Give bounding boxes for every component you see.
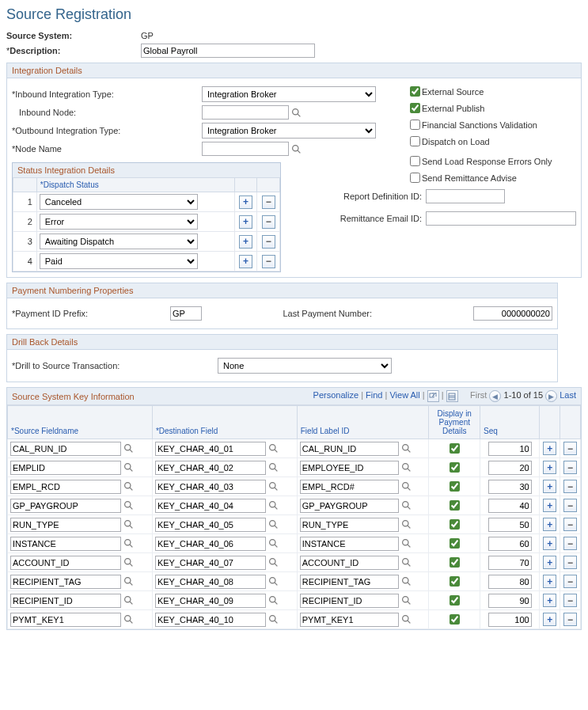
remove-row-icon[interactable]: − (563, 442, 577, 455)
prev-icon[interactable]: ◀ (489, 390, 501, 402)
add-row-icon[interactable]: + (543, 499, 556, 512)
display-check[interactable] (450, 614, 460, 625)
status-select[interactable]: Error (40, 214, 198, 230)
lookup-icon[interactable] (267, 442, 279, 454)
src-field-input[interactable] (10, 480, 121, 494)
remove-row-icon[interactable]: − (563, 613, 577, 626)
add-row-icon[interactable]: + (239, 196, 252, 209)
description-input[interactable] (141, 44, 315, 58)
add-row-icon[interactable]: + (543, 461, 556, 474)
lookup-icon[interactable] (267, 575, 279, 587)
report-def-input[interactable] (426, 189, 505, 203)
dest-field-input[interactable] (155, 499, 266, 513)
inbound-node-input[interactable] (202, 105, 289, 120)
add-row-icon[interactable]: + (239, 255, 252, 268)
inbound-type-select[interactable]: Integration Broker (202, 86, 376, 102)
label-field-input[interactable] (300, 461, 399, 475)
label-field-input[interactable] (300, 480, 399, 494)
lookup-icon[interactable] (400, 594, 412, 606)
src-field-input[interactable] (10, 537, 121, 551)
remove-row-icon[interactable]: − (563, 461, 577, 474)
add-row-icon[interactable]: + (543, 613, 556, 626)
seq-input[interactable] (488, 613, 532, 627)
key-col-src[interactable]: *Source Fieldname (8, 406, 153, 439)
remove-row-icon[interactable]: − (563, 480, 577, 493)
lookup-icon[interactable] (123, 575, 135, 587)
remove-row-icon[interactable]: − (262, 215, 275, 229)
lookup-icon[interactable] (400, 613, 412, 625)
last-payment-input[interactable] (473, 306, 552, 321)
lookup-icon[interactable] (267, 480, 279, 492)
src-field-input[interactable] (10, 594, 121, 608)
add-row-icon[interactable]: + (543, 518, 556, 531)
src-field-input[interactable] (10, 556, 121, 570)
seq-input[interactable] (488, 575, 532, 589)
seq-input[interactable] (488, 518, 532, 532)
label-field-input[interactable] (300, 518, 399, 532)
label-field-input[interactable] (300, 575, 399, 589)
dest-field-input[interactable] (155, 594, 266, 608)
add-row-icon[interactable]: + (543, 575, 556, 588)
remove-row-icon[interactable]: − (563, 575, 577, 588)
dest-field-input[interactable] (155, 556, 266, 570)
drill-select[interactable]: None (218, 358, 392, 374)
seq-input[interactable] (488, 594, 532, 608)
key-col-dest[interactable]: *Destination Field (152, 406, 297, 439)
lookup-icon[interactable] (400, 575, 412, 587)
display-check[interactable] (450, 557, 460, 568)
lookup-icon[interactable] (267, 537, 279, 549)
status-col-dispatch[interactable]: *Dispatch Status (36, 178, 234, 192)
dest-field-input[interactable] (155, 442, 266, 456)
personalize-link[interactable]: Personalize (313, 390, 358, 400)
payment-prefix-input[interactable] (170, 306, 202, 321)
label-field-input[interactable] (300, 613, 399, 627)
lookup-icon[interactable] (267, 461, 279, 473)
src-field-input[interactable] (10, 442, 121, 456)
lookup-icon[interactable] (400, 461, 412, 473)
add-row-icon[interactable]: + (239, 215, 252, 229)
next-icon[interactable]: ▶ (545, 390, 557, 402)
lookup-icon[interactable] (267, 613, 279, 625)
dest-field-input[interactable] (155, 461, 266, 475)
send-load-check[interactable] (410, 156, 420, 166)
lookup-icon[interactable] (400, 442, 412, 454)
src-field-input[interactable] (10, 575, 121, 589)
remove-row-icon[interactable]: − (262, 196, 275, 209)
status-select[interactable]: Paid (40, 253, 198, 269)
add-row-icon[interactable]: + (239, 235, 252, 249)
send-remit-check[interactable] (410, 173, 420, 183)
seq-input[interactable] (488, 442, 532, 456)
src-field-input[interactable] (10, 518, 121, 532)
label-field-input[interactable] (300, 537, 399, 551)
lookup-icon[interactable] (123, 480, 135, 492)
lookup-icon[interactable] (400, 480, 412, 492)
display-check[interactable] (450, 462, 460, 473)
lookup-icon[interactable] (123, 594, 135, 606)
seq-input[interactable] (488, 537, 532, 551)
last-link[interactable]: Last (560, 390, 576, 400)
find-link[interactable]: Find (366, 390, 382, 400)
lookup-icon[interactable] (400, 556, 412, 568)
download-icon[interactable] (446, 390, 458, 402)
outbound-type-select[interactable]: Integration Broker (202, 123, 376, 139)
key-col-seq[interactable]: Seq (480, 406, 540, 439)
src-field-input[interactable] (10, 499, 121, 513)
seq-input[interactable] (488, 461, 532, 475)
lookup-icon[interactable] (400, 499, 412, 511)
node-name-lookup-icon[interactable] (290, 143, 302, 155)
label-field-input[interactable] (300, 442, 399, 456)
add-row-icon[interactable]: + (543, 537, 556, 550)
display-check[interactable] (450, 538, 460, 549)
status-select[interactable]: Awaiting Dispatch (40, 234, 198, 249)
remove-row-icon[interactable]: − (262, 235, 275, 249)
dest-field-input[interactable] (155, 480, 266, 494)
dest-field-input[interactable] (155, 575, 266, 589)
fin-sanc-check[interactable] (410, 120, 420, 130)
status-select[interactable]: Canceled (40, 194, 198, 210)
add-row-icon[interactable]: + (543, 442, 556, 455)
lookup-icon[interactable] (267, 518, 279, 530)
label-field-input[interactable] (300, 499, 399, 513)
display-check[interactable] (450, 443, 460, 454)
display-check[interactable] (450, 481, 460, 492)
key-col-disp[interactable]: Display in Payment Details (429, 406, 480, 439)
